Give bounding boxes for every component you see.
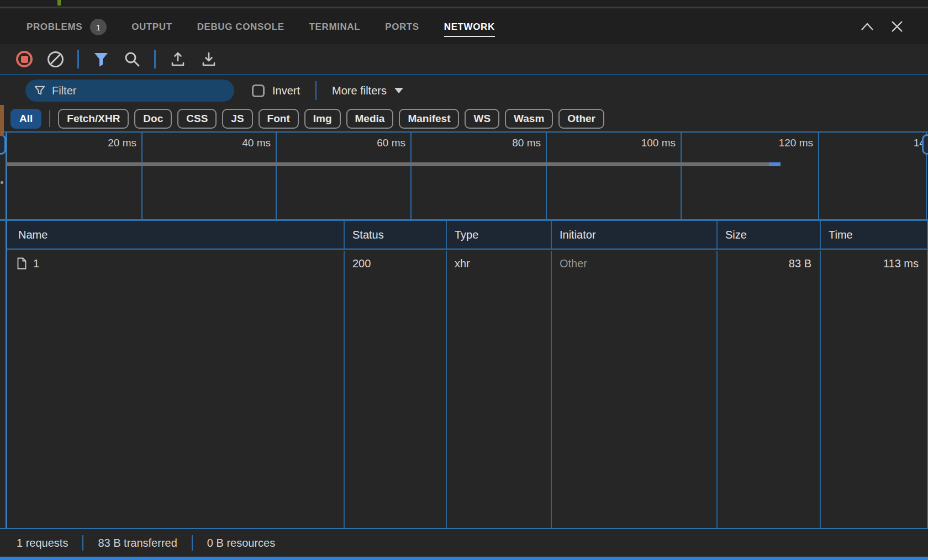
vscode-network-panel: 20 // const yourMMKVStorage = new MMKV()…: [0, 0, 928, 560]
record-icon-core: [21, 56, 28, 63]
overview-progress-bar: [6, 162, 769, 166]
tab-terminal-label: TERMINAL: [309, 22, 361, 33]
tab-problems[interactable]: PROBLEMS 1: [27, 13, 107, 40]
chip-fetch-xhr[interactable]: Fetch/XHR: [58, 109, 129, 129]
ruler-label: 60 ms: [276, 135, 410, 151]
request-type: xhr: [447, 251, 551, 276]
chip-manifest[interactable]: Manifest: [399, 109, 459, 129]
invert-checkbox[interactable]: [252, 84, 265, 97]
maximize-panel-button[interactable]: [860, 19, 874, 34]
request-row-name[interactable]: 1: [7, 251, 344, 276]
filter-input[interactable]: [52, 84, 225, 97]
tab-network[interactable]: NETWORK: [444, 16, 495, 37]
clear-requests-button[interactable]: [45, 49, 65, 69]
column-header-initiator[interactable]: Initiator: [551, 221, 716, 249]
search-requests-button[interactable]: [122, 49, 142, 69]
chevron-up-icon: [860, 22, 874, 31]
block-icon-slash: [49, 52, 61, 65]
column-header-size[interactable]: Size: [716, 221, 820, 249]
requests-table-header: Name Status Type Initiator Size Time: [7, 221, 927, 250]
column-header-time[interactable]: Time: [820, 221, 927, 249]
network-toolbar: [0, 44, 928, 74]
transferred-size: 83 B transferred: [98, 537, 177, 550]
more-filters-button[interactable]: More filters: [332, 84, 403, 97]
toolbar-divider: [77, 50, 79, 68]
more-filters-label: More filters: [332, 84, 387, 97]
column-initiator: Other: [551, 251, 716, 528]
tab-terminal[interactable]: TERMINAL: [309, 16, 361, 37]
tab-problems-label: PROBLEMS: [27, 22, 82, 33]
ruler-label: 40 ms: [141, 135, 276, 151]
column-size: 83 B: [716, 251, 820, 528]
funnel-outline-icon: [34, 85, 45, 96]
ruler-label: 20 ms: [6, 135, 141, 151]
record-stop-button[interactable]: [14, 49, 34, 69]
request-time: 113 ms: [821, 251, 927, 276]
filter-row: Invert More filters: [0, 75, 928, 106]
network-status-bar: 1 requests 83 B transferred 0 B resource…: [0, 528, 928, 557]
chip-wasm[interactable]: Wasm: [505, 109, 553, 129]
tab-ports[interactable]: PORTS: [385, 16, 419, 37]
timeline-overview[interactable]: 20 ms 40 ms 60 ms 80 ms 100 ms 120 ms 14…: [0, 131, 928, 221]
column-type: xhr: [446, 251, 551, 528]
record-icon: [16, 51, 33, 67]
tab-debug-console[interactable]: DEBUG CONSOLE: [197, 16, 284, 37]
filter-toggle-button[interactable]: [91, 49, 111, 69]
filter-input-container: [25, 80, 234, 102]
request-size: 83 B: [718, 251, 820, 276]
invert-label[interactable]: Invert: [272, 84, 300, 97]
tab-ports-label: PORTS: [385, 22, 419, 33]
status-divider: [82, 535, 83, 551]
editor-code-line: 20 // const yourMMKVStorage = new MMKV()…: [0, 0, 928, 8]
overview-right-handle[interactable]: [922, 134, 928, 155]
overview-left-handle[interactable]: [0, 134, 6, 155]
toolbar-divider: [154, 50, 156, 68]
close-panel-button[interactable]: [890, 19, 904, 34]
export-har-button[interactable]: [199, 49, 219, 69]
import-har-button[interactable]: [168, 49, 188, 69]
request-initiator: Other: [552, 251, 716, 276]
resources-size: 0 B resources: [207, 537, 275, 550]
panel-bottom-accent-line: [0, 557, 928, 560]
request-name: 1: [33, 257, 39, 270]
chip-css[interactable]: CSS: [177, 109, 217, 129]
line-number: 20: [32, 6, 53, 8]
problems-count-badge: 1: [90, 19, 107, 35]
panel-actions: [860, 9, 904, 44]
resource-type-filter-row: All Fetch/XHR Doc CSS JS Font Img Media …: [0, 106, 928, 131]
chip-media[interactable]: Media: [346, 109, 394, 129]
upload-icon: [170, 51, 186, 67]
column-header-status[interactable]: Status: [344, 221, 446, 249]
ruler-label: 80 ms: [410, 135, 546, 151]
chip-other[interactable]: Other: [558, 109, 604, 129]
requests-table-body: 1 200 xhr Other 83 B 113 ms: [7, 251, 927, 528]
chip-ws[interactable]: WS: [465, 109, 499, 129]
column-header-name[interactable]: Name: [7, 221, 344, 249]
funnel-icon: [93, 51, 109, 67]
requests-count: 1 requests: [17, 537, 68, 550]
search-icon: [124, 51, 140, 67]
block-icon: [48, 51, 64, 67]
ruler-label: 120 ms: [681, 135, 818, 151]
column-status: 200: [344, 251, 446, 528]
tab-network-label: NETWORK: [444, 22, 495, 33]
editor-gutter-artifact: [0, 105, 4, 136]
chip-font[interactable]: Font: [259, 109, 299, 129]
dropdown-caret-icon: [394, 88, 403, 93]
chip-divider: [49, 110, 50, 127]
download-icon: [201, 51, 217, 67]
request-status: 200: [345, 251, 446, 276]
chip-img[interactable]: Img: [304, 109, 341, 129]
column-header-type[interactable]: Type: [446, 221, 551, 249]
filter-row-divider: [315, 81, 317, 100]
editor-gutter-dot: [1, 181, 3, 184]
tab-output[interactable]: OUTPUT: [131, 16, 172, 37]
chip-doc[interactable]: Doc: [134, 109, 172, 129]
column-name: 1: [7, 251, 344, 528]
chip-js[interactable]: JS: [222, 109, 252, 129]
editor-code-strip: 20 // const yourMMKVStorage = new MMKV()…: [0, 0, 928, 8]
ruler-label: 100 ms: [546, 135, 681, 151]
ruler-label: 140 ms: [818, 135, 928, 151]
chip-all[interactable]: All: [10, 109, 41, 129]
document-icon: [17, 257, 27, 270]
